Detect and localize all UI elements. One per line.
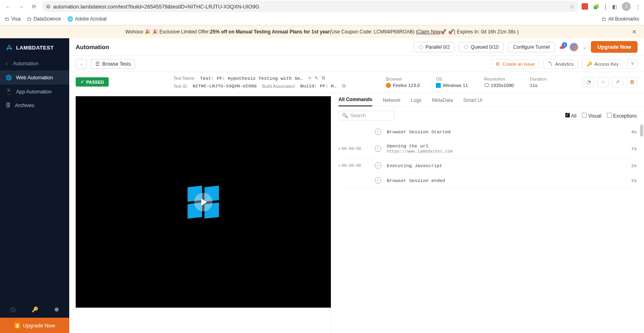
user-avatar[interactable] — [570, 43, 578, 52]
filter-icon[interactable]: ≡ — [308, 75, 311, 81]
search-input[interactable]: 🔍 Search — [339, 111, 395, 120]
browse-tests-button[interactable]: ☲ Browse Tests — [91, 59, 135, 69]
filter-exceptions[interactable]: Exceptions — [607, 113, 637, 119]
promo-claim-link[interactable]: Claim Now — [417, 29, 440, 35]
url-bar[interactable]: ⚙ automation.lambdatest.com/test?build=2… — [42, 1, 578, 12]
scrollbar[interactable] — [640, 124, 643, 137]
tab-smart-ui[interactable]: Smart UI — [463, 97, 482, 106]
test-id-label: Test ID — [173, 84, 187, 89]
logo[interactable]: LAMBDATEST — [0, 38, 69, 57]
parallel-pill[interactable]: Parallel 0/2 — [414, 42, 455, 52]
gear-icon: ⚙ — [495, 61, 500, 67]
globe-icon: 🌐 — [67, 16, 73, 22]
upgrade-now-button[interactable]: Upgrade Now — [591, 41, 638, 53]
help-icon[interactable]: ⓘ — [10, 306, 16, 314]
build-value: Build: FF: H… — [300, 83, 336, 89]
sidepanel-icon[interactable]: ◧ — [612, 4, 617, 10]
chrome-actions: 🧩 │ ◧ J ⋮ — [582, 2, 641, 11]
forward-nav-icon[interactable]: → — [16, 2, 26, 11]
promo-prefix: Wohooo 🎉 🎉 Exclusive Limited Offer: — [125, 29, 210, 35]
video-player[interactable] — [76, 96, 331, 308]
monitor-icon: 🖵 — [484, 83, 489, 88]
tab-network[interactable]: Network — [383, 97, 400, 106]
tab-metadata[interactable]: MetaData — [432, 97, 453, 106]
kebab-menu-icon[interactable]: ⋮ — [636, 4, 641, 10]
back-nav-icon[interactable]: ← — [3, 2, 13, 11]
filter-visual[interactable]: Visual — [582, 113, 601, 119]
test-name-label: Test Name — [173, 76, 194, 81]
analytics-button[interactable]: 〽Analytics — [543, 59, 578, 69]
cmd-list[interactable]: ✓ Browser Session Started 4s ▸00:00:00 ✓… — [331, 124, 644, 188]
promo-close-icon[interactable]: ✕ — [632, 29, 637, 35]
vert-divider: │ — [604, 4, 607, 10]
copy-icon[interactable]: ⧉ — [322, 75, 325, 81]
all-bookmarks[interactable]: 🗀All Bookmarks — [602, 16, 639, 22]
list-icon: ☲ — [95, 61, 100, 67]
tab-logs[interactable]: Logs — [411, 97, 421, 106]
bookmark-visa[interactable]: 🗀Visa — [5, 16, 21, 22]
access-key-button[interactable]: 🔑Access Key — [582, 59, 623, 69]
check-circle-icon: ✓ — [375, 128, 381, 135]
video-pane — [69, 93, 331, 333]
sidebar-parent-automation[interactable]: ‹ Automation — [0, 57, 69, 70]
cmd-row[interactable]: ✓ Browser Session Started 4s — [339, 124, 637, 139]
test-name-value: Test: FF: Hypothesis Testing with Se… — [200, 76, 303, 81]
os-label: OS — [436, 77, 468, 81]
promo-expires: ( Expires In: 0d 16h 21m 38s ) — [454, 29, 519, 35]
reload-icon[interactable]: ⟳ — [29, 2, 39, 11]
header: Automation Parallel 0/2 Queued 0/10 Conf… — [69, 38, 644, 56]
share-icon[interactable]: ↗ — [612, 77, 623, 87]
debug-icon[interactable]: ∩ — [597, 77, 609, 87]
meta-strip: ✓ PASSED Test Name Test: FF: Hypothesis … — [69, 72, 644, 93]
clock-icon[interactable]: ◔ — [583, 77, 594, 87]
key-icon[interactable]: 🔑 — [32, 306, 38, 314]
create-issue-button[interactable]: ⚙Create an issue — [491, 59, 539, 69]
chevron-down-icon[interactable]: ⌄ — [582, 44, 587, 50]
url-text: automation.lambdatest.com/test?build=265… — [53, 4, 567, 10]
sidebar-item-archives[interactable]: 🗄 Archives — [0, 99, 69, 112]
cube-icon[interactable]: ⬢ — [54, 306, 59, 314]
delete-icon[interactable]: 🗑 — [626, 77, 638, 87]
play-button[interactable] — [194, 193, 213, 211]
sidebar-item-app-automation[interactable]: 📱 App Automation — [0, 85, 69, 99]
page-title: Automation — [76, 43, 109, 50]
sidebar-upgrade-button[interactable]: ⏫ Upgrade Now — [0, 318, 69, 333]
extension-icon[interactable] — [582, 3, 588, 10]
content: ✓ PASSED Test Name Test: FF: Hypothesis … — [69, 72, 644, 333]
chevron-left-icon: ‹ — [6, 61, 7, 66]
mobile-icon: 📱 — [6, 89, 12, 95]
checkbox-icon — [582, 113, 587, 118]
logo-mark-icon — [6, 44, 13, 51]
tab-all-commands[interactable]: All Commands — [339, 97, 372, 106]
star-icon[interactable]: ☆ — [570, 4, 574, 10]
cmd-row[interactable]: ✓ Browser Session ended 2s — [339, 173, 637, 188]
extensions-menu-icon[interactable]: 🧩 — [593, 4, 599, 10]
copy-icon[interactable]: ⧉ — [342, 83, 346, 89]
site-info-icon[interactable]: ⚙ — [46, 4, 51, 10]
bookmark-datascience[interactable]: 🗀DataScience — [27, 16, 61, 22]
sidebar-item-web-automation[interactable]: 🌐 Web Automation — [0, 70, 69, 85]
cmd-row[interactable]: ▸00:00:00 ✓ Opening the urlhttps://www.l… — [339, 139, 637, 158]
passed-badge: ✓ PASSED — [76, 77, 109, 87]
play-small-icon: ▸ — [339, 163, 341, 168]
bookmarks-bar: 🗀Visa 🗀DataScience 🌐Adobe Acrobat 🗀All B… — [0, 13, 644, 25]
key-icon: 🔑 — [586, 61, 592, 67]
bookmark-adobe[interactable]: 🌐Adobe Acrobat — [67, 16, 107, 22]
play-icon — [201, 199, 207, 206]
announcements-icon[interactable]: 📣5 — [559, 44, 566, 50]
meta-col-test: Test Name Test: FF: Hypothesis Testing w… — [173, 75, 345, 89]
folder-icon: 🗀 — [5, 16, 10, 22]
dur-label: Duration — [530, 77, 547, 81]
configure-tunnel-button[interactable]: Configure Tunnel — [508, 42, 555, 52]
back-button[interactable]: ‹ — [76, 59, 87, 69]
check-icon: ✓ — [80, 79, 84, 85]
queued-pill[interactable]: Queued 0/10 — [459, 42, 504, 52]
cmd-row[interactable]: ▸00:00:00 ✓ Executing Javascript 2s — [339, 158, 637, 173]
app: LAMBDATEST ‹ Automation 🌐 Web Automation… — [0, 38, 644, 333]
filter-all[interactable]: All — [565, 113, 576, 119]
help-button[interactable]: ? — [627, 59, 638, 69]
promo-banner: Wohooo 🎉 🎉 Exclusive Limited Offer: 25% … — [0, 25, 644, 38]
edit-icon[interactable]: ✎ — [314, 75, 318, 81]
profile-avatar-icon[interactable]: J — [622, 2, 631, 11]
badge-count: 5 — [562, 42, 567, 47]
